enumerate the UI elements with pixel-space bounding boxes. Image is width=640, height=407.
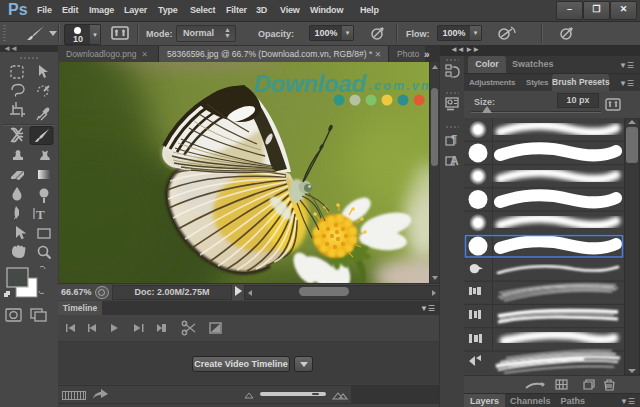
svg-text:¶: ¶ [451, 133, 457, 145]
svg-text:T: T [36, 207, 45, 222]
svg-text:A: A [450, 154, 459, 168]
svg-text:Download: Download [254, 70, 368, 97]
